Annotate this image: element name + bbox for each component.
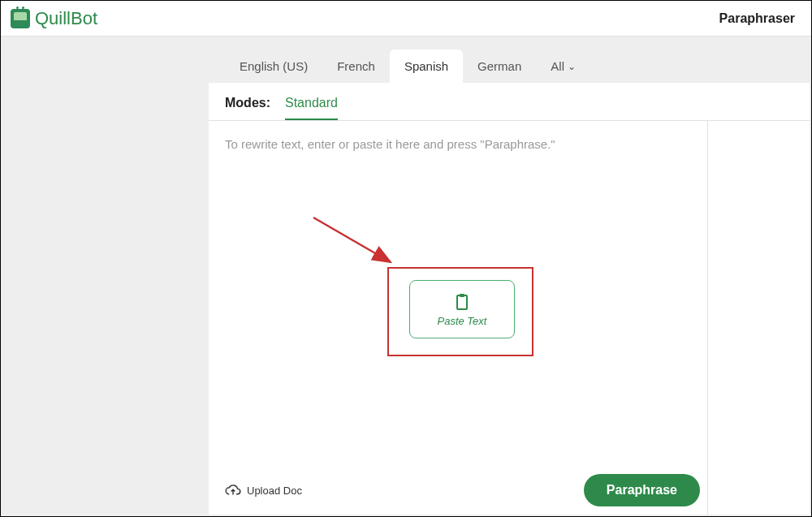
all-label: All [551,59,564,73]
svg-rect-2 [460,294,464,297]
modes-label: Modes: [225,96,270,120]
paste-text-label: Paste Text [438,315,487,327]
quillbot-logo-icon [11,9,30,28]
content-background: English (US) French Spanish German All ⌄… [1,37,811,516]
cloud-upload-icon [225,484,241,497]
modes-row: Modes: Standard [209,83,810,121]
language-tabs: English (US) French Spanish German All ⌄ [209,50,810,83]
paraphraser-card: English (US) French Spanish German All ⌄… [209,50,810,515]
lang-tab-french[interactable]: French [322,50,390,83]
lang-tab-german[interactable]: German [463,50,536,83]
page-title: Paraphraser [719,11,795,26]
upload-doc-button[interactable]: Upload Doc [225,484,302,497]
app-header: QuillBot Paraphraser [1,1,811,37]
lang-tab-all[interactable]: All ⌄ [536,50,590,83]
lang-tab-english[interactable]: English (US) [225,50,322,83]
brand-logo[interactable]: QuillBot [11,8,97,29]
paste-text-button[interactable]: Paste Text [409,280,515,338]
editor-area[interactable]: To rewrite text, enter or paste it here … [209,121,708,515]
annotation-highlight-box: Paste Text [387,267,533,356]
editor-placeholder: To rewrite text, enter or paste it here … [225,137,691,151]
clipboard-icon [452,292,472,312]
chevron-down-icon: ⌄ [568,61,576,72]
main-panel: Modes: Standard To rewrite text, enter o… [209,83,810,515]
upload-doc-label: Upload Doc [247,485,302,497]
brand-name: QuillBot [35,8,97,29]
svg-line-1 [313,218,391,262]
mode-tab-standard[interactable]: Standard [285,96,338,120]
paraphrase-button[interactable]: Paraphrase [584,474,700,506]
bottom-toolbar: Upload Doc Paraphrase [225,474,700,506]
lang-tab-spanish[interactable]: Spanish [390,50,463,83]
